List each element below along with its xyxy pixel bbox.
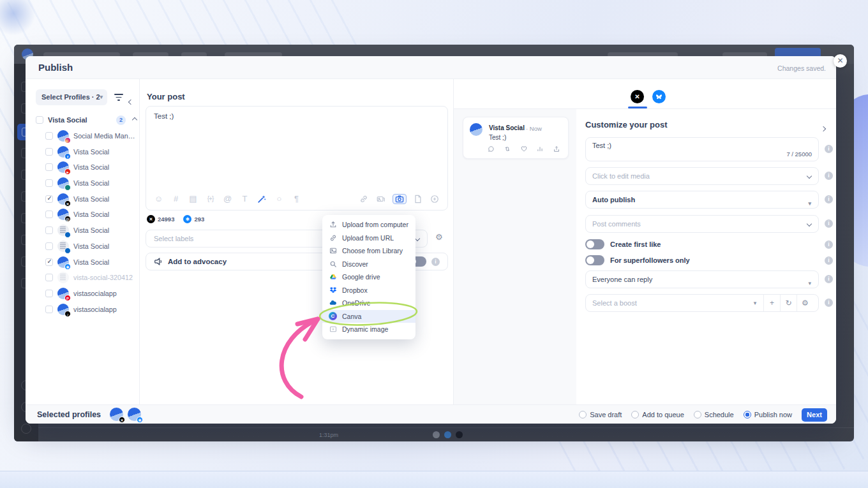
link-icon[interactable] xyxy=(359,195,369,203)
info-icon[interactable]: i xyxy=(825,256,833,265)
profile-row[interactable]: Vista Social xyxy=(36,223,137,239)
info-icon[interactable]: i xyxy=(825,219,833,228)
create-first-like-row: Create first like xyxy=(585,239,661,249)
profile-avatar-company xyxy=(57,225,69,236)
info-icon[interactable]: i xyxy=(825,240,833,249)
signature-icon[interactable]: ¶ xyxy=(292,193,301,205)
profile-checkbox[interactable] xyxy=(45,132,53,140)
collapse-panel-button[interactable] xyxy=(129,95,133,107)
menu-item-dynamic-image[interactable]: Dynamic image xyxy=(322,323,415,336)
profile-avatar xyxy=(57,130,69,142)
profile-checkbox[interactable] xyxy=(45,163,53,171)
profile-row[interactable]: ♪ vistasocialapp xyxy=(36,301,137,317)
create-first-like-toggle[interactable] xyxy=(585,239,604,249)
info-icon[interactable]: i xyxy=(825,195,833,203)
selected-profile-avatar[interactable]: ✻ xyxy=(128,408,141,421)
profile-row[interactable]: Vista Social xyxy=(36,239,137,255)
radio-add-to-queue[interactable]: Add to queue xyxy=(631,411,684,418)
bluesky-char-counter: ✻ 293 xyxy=(183,215,204,223)
tab-bluesky[interactable] xyxy=(652,90,666,103)
like-icon xyxy=(520,145,528,152)
avatar xyxy=(470,123,483,136)
camera-icon-active[interactable] xyxy=(393,194,407,204)
radio-publish-now[interactable]: Publish now xyxy=(744,411,792,418)
info-icon[interactable]: i xyxy=(825,172,833,180)
chevron-down-icon xyxy=(807,221,812,226)
post-comments-field[interactable]: Post comments xyxy=(585,215,819,233)
menu-item-discover[interactable]: Discover xyxy=(322,258,415,271)
info-icon[interactable]: i xyxy=(431,258,440,266)
preview-text: Test ;) xyxy=(489,134,506,141)
menu-item-onedrive[interactable]: OneDrive xyxy=(322,297,415,310)
tab-x-twitter[interactable]: ✕ xyxy=(631,90,644,103)
wallpaper-band xyxy=(0,471,868,488)
profile-checkbox[interactable] xyxy=(45,242,53,250)
x-char-counter: ✕ 24993 xyxy=(147,215,174,223)
media-tag-icon[interactable]: ▤ xyxy=(188,193,198,205)
info-icon[interactable]: i xyxy=(825,299,833,307)
location-icon[interactable]: ○ xyxy=(274,193,284,205)
refresh-icon[interactable]: ↻ xyxy=(780,295,797,311)
profile-checkbox[interactable] xyxy=(45,290,53,297)
menu-item-choose-library[interactable]: Choose from Library xyxy=(322,244,415,258)
magic-wand-icon[interactable] xyxy=(257,195,267,203)
mention-icon[interactable]: @ xyxy=(223,193,232,205)
profile-row[interactable]: Vista Social xyxy=(36,175,137,191)
edit-media-field[interactable]: Click to edit media xyxy=(585,167,819,185)
add-boost-button[interactable]: + xyxy=(763,295,780,311)
info-icon[interactable]: i xyxy=(825,275,833,283)
hashtag-icon[interactable]: # xyxy=(171,193,181,205)
profile-row[interactable]: f Vista Social xyxy=(36,144,137,159)
text-format-icon[interactable]: T xyxy=(240,193,250,205)
superfollowers-toggle[interactable] xyxy=(585,255,604,265)
menu-item-upload-computer[interactable]: Upload from computer xyxy=(322,218,415,232)
menu-item-dropbox[interactable]: Dropbox xyxy=(322,284,415,297)
profile-checkbox[interactable] xyxy=(45,226,53,234)
composer-media-buttons xyxy=(359,194,440,204)
profile-checkbox[interactable] xyxy=(45,258,53,266)
giphy-icon[interactable] xyxy=(430,195,440,203)
dropdown-arrow-icon[interactable]: ▾ xyxy=(747,295,763,311)
profile-checkbox[interactable] xyxy=(45,148,53,156)
profile-checkbox[interactable] xyxy=(45,179,53,187)
selected-profile-avatar[interactable]: ✕ xyxy=(110,408,123,421)
chevron-up-icon[interactable] xyxy=(132,117,137,122)
post-text[interactable]: Test ;) xyxy=(154,112,174,120)
menu-item-upload-url[interactable]: Upload from URL xyxy=(322,232,415,245)
labels-settings-gear-icon[interactable]: ⚙ xyxy=(435,232,443,242)
profile-row[interactable]: Social Media Managem... xyxy=(36,128,137,144)
post-text-editor[interactable]: Test ;) ☺ # ▤ {+} @ T ○ ¶ xyxy=(146,106,448,211)
profile-row[interactable]: P vistasocialapp xyxy=(36,286,137,302)
info-icon[interactable]: i xyxy=(825,145,833,153)
emoji-icon[interactable]: ☺ xyxy=(154,193,163,205)
radio-schedule[interactable]: Schedule xyxy=(694,411,734,418)
auto-publish-select[interactable]: Auto publish ▾ xyxy=(585,191,819,209)
next-button[interactable]: Next xyxy=(802,408,827,422)
divider xyxy=(139,79,140,404)
group-checkbox[interactable] xyxy=(36,116,43,124)
profile-row[interactable]: ▸ Vista Social xyxy=(36,159,137,175)
filter-icon[interactable] xyxy=(114,94,123,101)
profile-row[interactable]: ✕ Vista Social xyxy=(36,191,137,207)
radio-save-draft[interactable]: Save draft xyxy=(579,411,622,418)
profile-row[interactable]: ✻ Vista Social xyxy=(36,254,137,270)
boost-select[interactable]: Select a boost ▾ + ↻ ⚙ xyxy=(585,294,819,312)
close-icon[interactable]: ✕ xyxy=(834,54,847,68)
profile-checkbox[interactable] xyxy=(45,274,53,281)
menu-item-google-drive[interactable]: Google drive xyxy=(322,270,415,284)
chevron-right-icon[interactable] xyxy=(821,122,825,133)
media-library-icon[interactable] xyxy=(376,195,385,203)
profile-row-disabled[interactable]: vista-social-320412 xyxy=(36,270,137,286)
profile-checkbox[interactable] xyxy=(45,211,53,218)
document-icon[interactable] xyxy=(414,195,423,203)
profile-group-row[interactable]: Vista Social 2 xyxy=(36,112,137,128)
customize-text-field[interactable]: Test ;) 7 / 25000 xyxy=(585,137,819,161)
profile-row[interactable]: @ Vista Social xyxy=(36,207,137,223)
menu-item-canva[interactable]: C Canva xyxy=(322,310,415,323)
reply-permission-select[interactable]: Everyone can reply ▾ xyxy=(585,270,819,288)
select-profiles-dropdown[interactable]: Select Profiles · 2 ▾ xyxy=(36,89,107,105)
variable-icon[interactable]: {+} xyxy=(206,193,215,205)
profile-checkbox[interactable] xyxy=(45,195,53,203)
profile-checkbox[interactable] xyxy=(45,306,53,313)
boost-settings-gear-icon[interactable]: ⚙ xyxy=(797,295,813,311)
